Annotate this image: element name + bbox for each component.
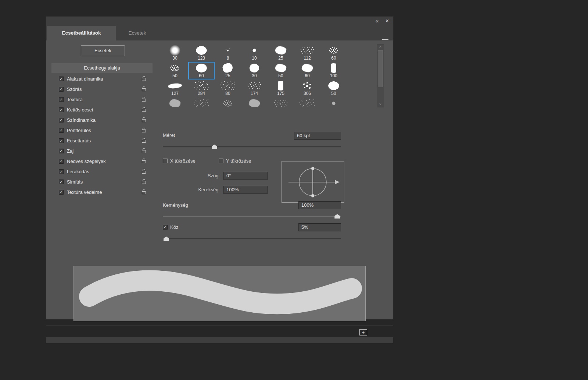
brush-thumbnail <box>165 63 185 74</box>
checkbox-icon[interactable]: ✓ <box>59 118 64 122</box>
brush-preset[interactable]: 306 <box>294 79 320 97</box>
brush-preset[interactable]: 100 <box>320 62 347 79</box>
lock-icon[interactable] <box>142 160 146 163</box>
lock-icon[interactable] <box>142 181 146 184</box>
spacing-checkbox[interactable]: ✓ <box>163 225 168 230</box>
brush-preset[interactable]: 50 <box>162 62 188 79</box>
lock-icon[interactable] <box>142 109 146 112</box>
sidebar-item[interactable]: ✓Simítás <box>51 177 153 187</box>
brush-preset[interactable] <box>188 97 215 107</box>
checkbox-icon[interactable]: ✓ <box>59 180 64 184</box>
lock-icon[interactable] <box>142 150 146 153</box>
brush-preset[interactable]: 174 <box>241 79 268 97</box>
size-slider-thumb[interactable] <box>212 145 217 149</box>
checkbox-icon[interactable]: ✓ <box>59 97 64 102</box>
sidebar-item[interactable]: ✓Kettős ecset <box>51 104 153 115</box>
close-panel-icon[interactable]: × <box>386 18 389 24</box>
brush-preset[interactable] <box>241 97 268 107</box>
brush-preset[interactable]: 123 <box>188 44 215 62</box>
sidebar-item[interactable]: ✓Zaj <box>51 146 153 156</box>
sidebar-item[interactable]: ✓Alakzat dinamika <box>51 74 153 84</box>
hardness-input[interactable]: 100% <box>298 201 341 209</box>
lock-icon[interactable] <box>142 88 146 91</box>
scroll-up-icon[interactable]: ˄ <box>377 45 384 49</box>
brush-preset[interactable]: 50 <box>320 79 347 97</box>
lock-icon[interactable] <box>142 171 146 174</box>
desktop: « × Ecsetbeállítások Ecsetek Ecsetek Ecs… <box>0 0 588 380</box>
checkbox-icon[interactable]: ✓ <box>59 190 64 195</box>
brush-preset[interactable]: 80 <box>215 79 241 97</box>
sidebar-item-brush-tip-shape[interactable]: Ecsethegy alakja <box>51 63 153 73</box>
tab-brushes[interactable]: Ecsetek <box>116 26 158 40</box>
sidebar-item[interactable]: ✓Textúra <box>51 94 153 104</box>
size-label: Méret <box>163 132 175 138</box>
new-brush-button[interactable]: + <box>359 329 367 335</box>
sidebar-item[interactable]: ✓Szórás <box>51 84 153 94</box>
angle-roundness-widget[interactable] <box>282 161 344 203</box>
lock-icon[interactable] <box>142 99 146 102</box>
scrollbar[interactable]: ˄ ˅ <box>377 44 384 107</box>
brush-preset[interactable]: 127 <box>162 79 188 97</box>
checkbox-icon[interactable]: ✓ <box>59 138 64 143</box>
flip-y-label: Y tükrözése <box>226 158 251 164</box>
brush-preset[interactable]: 25 <box>268 44 294 62</box>
checkbox-icon[interactable]: ✓ <box>59 128 64 133</box>
lock-icon[interactable] <box>142 119 146 122</box>
sidebar-item[interactable]: ✓Színdinamika <box>51 115 153 125</box>
hardness-slider-thumb[interactable] <box>334 214 340 219</box>
flip-y-checkbox[interactable] <box>219 159 223 163</box>
spacing-slider-thumb[interactable] <box>164 237 169 241</box>
brush-settings-panel: « × Ecsetbeállítások Ecsetek Ecsetek Ecs… <box>46 17 393 319</box>
brush-thumbnail <box>270 63 291 74</box>
checkbox-icon[interactable]: ✓ <box>59 107 64 112</box>
brush-preset[interactable]: 8 <box>215 44 241 62</box>
angle-input[interactable]: 0° <box>223 172 268 180</box>
brush-preset[interactable]: 30 <box>241 62 268 79</box>
brush-thumbnail <box>191 63 212 74</box>
sidebar-item[interactable]: ✓Pontterülés <box>51 125 153 135</box>
brush-preset[interactable]: 112 <box>294 44 320 62</box>
lock-icon[interactable] <box>142 129 146 132</box>
brushes-button[interactable]: Ecsetek <box>81 45 125 56</box>
brush-preset[interactable]: 60 <box>294 62 320 79</box>
hardness-slider[interactable] <box>163 213 341 219</box>
tab-brush-settings[interactable]: Ecsetbeállítások <box>47 26 116 40</box>
checkbox-icon[interactable]: ✓ <box>59 77 64 81</box>
brush-preset[interactable]: 284 <box>188 79 215 97</box>
spacing-slider[interactable] <box>163 236 341 242</box>
checkbox-icon[interactable]: ✓ <box>59 87 64 92</box>
sidebar-item[interactable]: ✓Nedves szegélyek <box>51 156 153 166</box>
brush-preset[interactable] <box>320 97 347 107</box>
brush-preset[interactable] <box>268 97 294 107</box>
spacing-input[interactable]: 5% <box>298 223 341 231</box>
size-slider[interactable] <box>163 144 341 150</box>
sidebar-item[interactable]: ✓Textúra védelme <box>51 187 153 197</box>
brush-preset[interactable]: 30 <box>162 44 188 62</box>
lock-icon[interactable] <box>142 191 146 194</box>
brush-preset[interactable]: 50 <box>268 62 294 79</box>
brush-thumbnail <box>165 98 185 107</box>
scrollbar-thumb[interactable] <box>378 50 383 87</box>
checkbox-icon[interactable]: ✓ <box>59 169 64 174</box>
lock-icon[interactable] <box>142 140 146 143</box>
sidebar-item-label: Simítás <box>67 179 142 185</box>
flip-x-checkbox[interactable] <box>163 159 168 163</box>
size-input[interactable]: 60 kpt <box>294 132 341 140</box>
brush-preset[interactable]: 60 <box>320 44 347 62</box>
brush-preset[interactable]: 25 <box>215 62 241 79</box>
scroll-down-icon[interactable]: ˅ <box>377 102 384 107</box>
checkbox-icon[interactable]: ✓ <box>59 149 64 153</box>
lock-icon[interactable] <box>142 78 146 81</box>
brush-preset[interactable]: 60 <box>188 62 215 79</box>
brush-preset[interactable] <box>215 97 241 107</box>
brush-preset[interactable] <box>162 97 188 107</box>
sidebar-item[interactable]: ✓Ecsettartás <box>51 135 153 146</box>
brush-preset[interactable] <box>294 97 320 107</box>
collapse-panel-icon[interactable]: « <box>376 18 378 24</box>
checkbox-icon[interactable]: ✓ <box>59 159 64 164</box>
roundness-input[interactable]: 100% <box>223 186 268 194</box>
brush-size-label: 100 <box>320 74 347 78</box>
brush-preset[interactable]: 175 <box>268 79 294 97</box>
sidebar-item[interactable]: ✓Lerakódás <box>51 166 153 177</box>
brush-preset[interactable]: 10 <box>241 44 268 62</box>
